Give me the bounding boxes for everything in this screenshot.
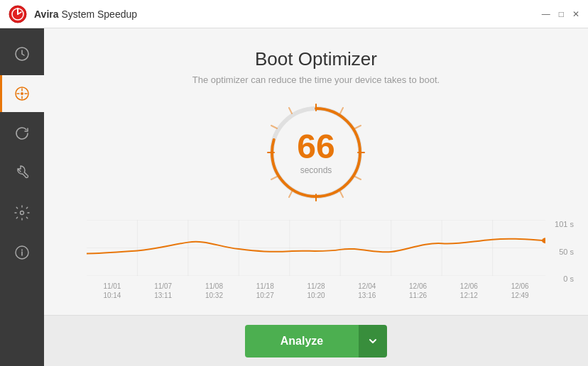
page-title: Boot Optimizer [58,48,574,70]
app-body: Boot Optimizer The optimizer can reduce … [0,28,588,366]
close-button[interactable]: ✕ [572,10,579,18]
app-logo [9,5,27,23]
sidebar-item-settings[interactable] [0,194,44,231]
app-title: Avira System Speedup [34,9,137,20]
svg-line-17 [340,108,343,113]
minimize-button[interactable]: — [542,10,550,18]
sidebar [0,28,44,366]
chart-x-labels: 11/0110:14 11/0713:11 11/0810:32 11/1810… [87,279,545,306]
svg-point-6 [21,92,23,95]
chart-area: 101 s 50 s 0 s [44,213,588,315]
chart-svg-wrapper: 11/0110:14 11/0713:11 11/0810:32 11/1810… [87,220,545,308]
svg-line-16 [289,108,292,113]
y-label-bot: 0 s [555,274,574,283]
main-content: Boot Optimizer The optimizer can reduce … [44,28,588,366]
sidebar-item-tools[interactable] [0,155,44,192]
title-bar: Avira System Speedup — □ ✕ [0,0,588,28]
page-subtitle: The optimizer can reduce the time your d… [58,74,574,85]
sidebar-item-boot[interactable] [0,75,44,112]
svg-line-19 [355,177,361,179]
svg-line-15 [271,126,277,128]
svg-point-7 [21,211,24,215]
sidebar-item-dashboard[interactable] [0,35,44,72]
x-label-3: 11/1810:27 [239,282,290,306]
svg-line-21 [289,192,292,197]
analyze-button[interactable]: Analyze [245,325,359,357]
svg-line-18 [355,126,361,128]
timer-unit: seconds [297,165,334,175]
chart-svg [87,220,545,276]
x-label-6: 12/0611:26 [393,282,444,306]
x-label-2: 11/0810:32 [189,282,240,306]
chart-y-labels: 101 s 50 s 0 s [555,220,574,283]
svg-point-34 [542,238,545,243]
y-label-top: 101 s [555,220,574,228]
timer-value: 66 [297,130,334,164]
timer-circle: 66 seconds [263,99,369,206]
x-label-1: 11/0713:11 [138,282,189,306]
x-label-7: 12/0612:12 [443,282,494,306]
sidebar-item-optimizer[interactable] [0,115,44,152]
x-label-5: 12/0413:16 [342,282,393,306]
bottom-bar: Analyze [44,315,588,366]
x-label-8: 12/0612:49 [494,282,545,306]
content-header: Boot Optimizer The optimizer can reduce … [44,28,588,92]
sidebar-item-info[interactable] [0,234,44,271]
svg-line-22 [271,177,277,179]
timer-container: 66 seconds [44,92,588,213]
maximize-button[interactable]: □ [559,10,564,18]
timer-text: 66 seconds [297,130,334,175]
x-label-4: 11/2810:20 [290,282,342,306]
window-controls: — □ ✕ [542,10,579,18]
y-label-mid: 50 s [555,248,574,256]
analyze-dropdown-button[interactable] [359,325,387,357]
x-label-0: 11/0110:14 [87,282,138,306]
svg-line-20 [340,192,343,197]
